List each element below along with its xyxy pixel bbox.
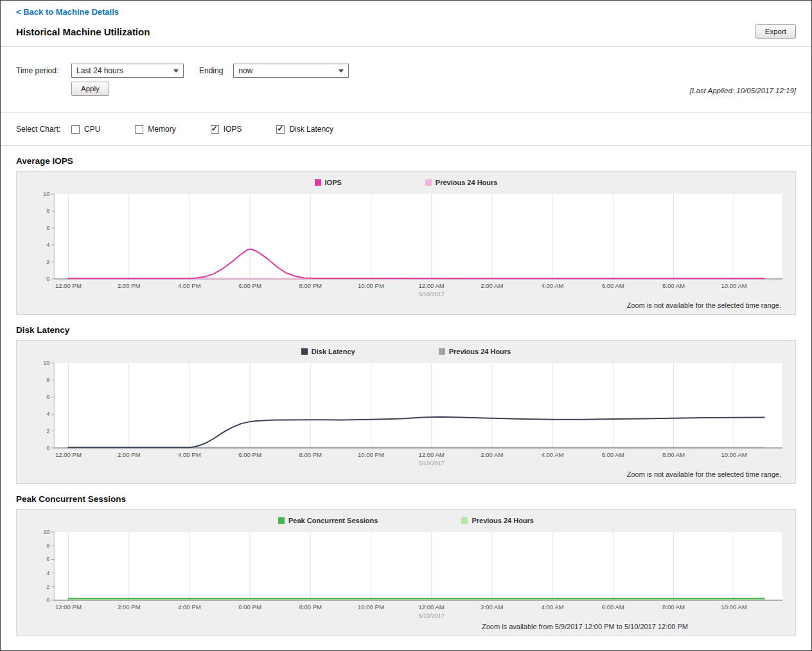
controls-left: Time period: Last 24 hours Ending now Ap… xyxy=(16,64,349,96)
svg-text:6:00 PM: 6:00 PM xyxy=(238,282,261,289)
checkbox-input[interactable] xyxy=(276,125,285,134)
chart-box: IOPSPrevious 24 Hours 024681012:00 PM2:0… xyxy=(16,171,796,315)
legend-label: IOPS xyxy=(325,179,342,186)
svg-text:8:00 PM: 8:00 PM xyxy=(299,282,322,289)
time-period-label: Time period: xyxy=(16,66,71,75)
apply-button[interactable]: Apply xyxy=(71,82,109,96)
svg-text:0: 0 xyxy=(46,445,49,451)
svg-text:4:00 AM: 4:00 AM xyxy=(542,603,564,611)
chart-box: Peak Concurrent SessionsPrevious 24 Hour… xyxy=(16,509,796,636)
svg-text:5/10/2017: 5/10/2017 xyxy=(419,460,445,467)
svg-text:6:00 AM: 6:00 AM xyxy=(602,451,624,458)
legend-label: Previous 24 Hours xyxy=(449,348,511,355)
svg-text:4:00 PM: 4:00 PM xyxy=(178,451,201,458)
legend-swatch xyxy=(278,517,285,524)
svg-text:4:00 AM: 4:00 AM xyxy=(542,282,564,289)
svg-text:5/10/2017: 5/10/2017 xyxy=(419,612,445,619)
svg-text:6: 6 xyxy=(46,225,49,231)
svg-text:12:00 PM: 12:00 PM xyxy=(55,603,82,611)
chart-plot: 024681012:00 PM2:00 PM4:00 PM6:00 PM8:00… xyxy=(24,190,788,299)
divider xyxy=(1,145,811,146)
export-button[interactable]: Export xyxy=(755,24,796,39)
checkbox-label: IOPS xyxy=(224,125,242,134)
chart-box: Disk LatencyPrevious 24 Hours 024681012:… xyxy=(16,340,796,484)
select-chart-label: Select Chart: xyxy=(16,125,71,134)
legend-swatch xyxy=(315,179,321,186)
legend-swatch xyxy=(439,348,445,355)
checkbox-input[interactable] xyxy=(135,125,143,134)
ending-dropdown[interactable]: now xyxy=(233,64,349,78)
svg-text:8:00 PM: 8:00 PM xyxy=(299,603,322,611)
svg-text:6: 6 xyxy=(46,556,49,562)
page-title: Historical Machine Utilization xyxy=(16,26,150,37)
svg-text:8:00 AM: 8:00 AM xyxy=(662,282,685,289)
svg-text:2:00 AM: 2:00 AM xyxy=(481,451,503,458)
svg-text:10: 10 xyxy=(43,529,49,535)
legend-swatch xyxy=(425,179,432,186)
svg-text:2:00 AM: 2:00 AM xyxy=(481,282,503,289)
chart-title: Average IOPS xyxy=(16,156,796,166)
back-link[interactable]: < Back to Machine Details xyxy=(16,7,119,17)
legend-swatch xyxy=(461,517,468,524)
legend-swatch xyxy=(301,348,308,355)
page: < Back to Machine Details Historical Mac… xyxy=(0,0,812,651)
checkbox-iops[interactable]: IOPS xyxy=(211,125,242,134)
svg-text:6:00 AM: 6:00 AM xyxy=(602,603,624,611)
svg-text:2: 2 xyxy=(46,584,49,590)
svg-text:12:00 AM: 12:00 AM xyxy=(418,282,444,289)
topbar: < Back to Machine Details xyxy=(1,1,811,21)
legend-label: Disk Latency xyxy=(312,348,355,355)
chart-title: Peak Concurrent Sessions xyxy=(16,494,796,504)
svg-text:8:00 PM: 8:00 PM xyxy=(299,451,322,458)
svg-text:8: 8 xyxy=(46,208,49,214)
svg-text:10:00 PM: 10:00 PM xyxy=(358,282,384,289)
charts-area: Average IOPS IOPSPrevious 24 Hours 02468… xyxy=(1,156,811,636)
svg-text:12:00 PM: 12:00 PM xyxy=(55,451,82,458)
chevron-down-icon xyxy=(173,69,179,73)
svg-text:8: 8 xyxy=(46,377,49,383)
svg-text:12:00 AM: 12:00 AM xyxy=(418,451,444,458)
chevron-down-icon xyxy=(339,69,344,73)
time-period-dropdown[interactable]: Last 24 hours xyxy=(71,64,184,78)
zoom-note: Zoom is available from 5/9/2017 12:00 PM… xyxy=(24,621,788,632)
chart-title: Disk Latency xyxy=(16,325,796,335)
svg-text:4:00 PM: 4:00 PM xyxy=(178,282,201,289)
chart-plot: 024681012:00 PM2:00 PM4:00 PM6:00 PM8:00… xyxy=(24,359,788,468)
select-chart-row: Select Chart: CPU Memory IOPS Disk Laten… xyxy=(1,113,811,145)
chart-plot[interactable]: 024681012:00 PM2:00 PM4:00 PM6:00 PM8:00… xyxy=(24,528,788,621)
ending-value: now xyxy=(238,66,252,75)
checkbox-disk-latency[interactable]: Disk Latency xyxy=(276,125,333,134)
apply-row: Apply xyxy=(71,82,349,96)
svg-text:12:00 PM: 12:00 PM xyxy=(55,282,82,289)
svg-text:4:00 PM: 4:00 PM xyxy=(178,603,201,611)
checkbox-label: Disk Latency xyxy=(289,125,333,134)
svg-text:6:00 AM: 6:00 AM xyxy=(602,282,624,289)
zoom-note: Zoom is not available for the selected t… xyxy=(24,299,788,310)
title-row: Historical Machine Utilization Export xyxy=(1,21,811,46)
checkbox-cpu[interactable]: CPU xyxy=(71,125,100,134)
svg-text:0: 0 xyxy=(46,276,49,282)
svg-text:2: 2 xyxy=(46,259,49,265)
svg-text:4: 4 xyxy=(46,570,49,576)
legend-label: Peak Concurrent Sessions xyxy=(288,517,378,524)
checkbox-memory[interactable]: Memory xyxy=(135,125,175,134)
svg-text:10:00 AM: 10:00 AM xyxy=(721,282,746,289)
svg-text:2:00 AM: 2:00 AM xyxy=(481,603,503,611)
last-applied-text: [Last Applied: 10/05/2017 12:19] xyxy=(690,87,796,96)
chart-legend: Peak Concurrent SessionsPrevious 24 Hour… xyxy=(24,515,788,528)
svg-text:4: 4 xyxy=(46,242,49,248)
chart-section: Peak Concurrent Sessions Peak Concurrent… xyxy=(16,494,796,636)
chart-legend: Disk LatencyPrevious 24 Hours xyxy=(24,346,788,359)
svg-text:2:00 PM: 2:00 PM xyxy=(118,603,141,611)
checkbox-input[interactable] xyxy=(211,125,219,134)
checkbox-label: CPU xyxy=(84,125,100,134)
zoom-note: Zoom is not available for the selected t… xyxy=(24,468,788,479)
chart-checkbox-group: CPU Memory IOPS Disk Latency xyxy=(71,125,368,134)
svg-text:6:00 PM: 6:00 PM xyxy=(238,451,261,458)
checkbox-input[interactable] xyxy=(71,125,80,134)
svg-text:4: 4 xyxy=(46,411,49,417)
legend-item: Previous 24 Hours xyxy=(461,517,534,524)
svg-text:8: 8 xyxy=(46,542,49,549)
svg-text:2: 2 xyxy=(46,428,49,434)
time-period-row: Time period: Last 24 hours Ending now xyxy=(16,64,349,78)
